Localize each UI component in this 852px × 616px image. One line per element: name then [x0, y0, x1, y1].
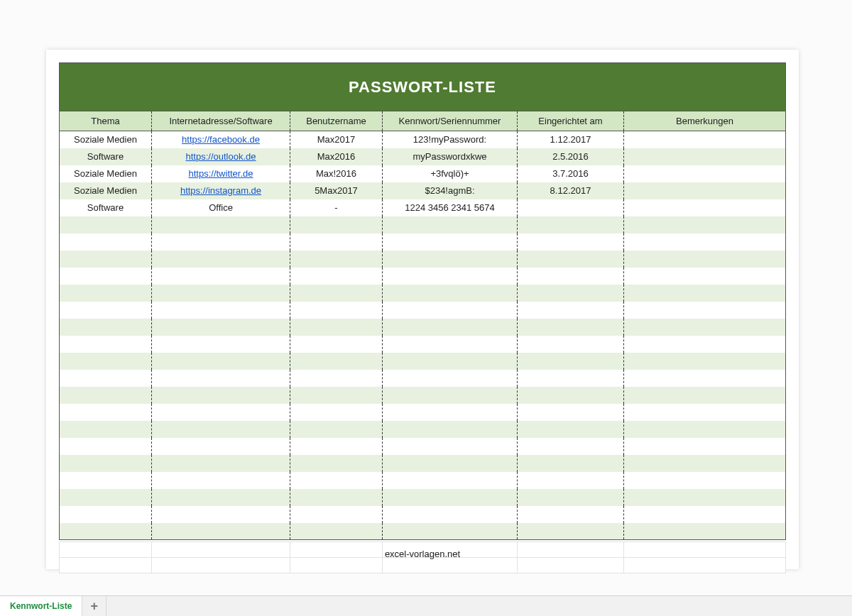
- cell-date: [518, 302, 624, 319]
- table-row: [60, 404, 786, 421]
- table-row: [60, 285, 786, 302]
- table-row: [60, 370, 786, 387]
- cell-user: [290, 387, 383, 404]
- cell-date: [518, 370, 624, 387]
- cell-user: [290, 319, 383, 336]
- document-page: PASSWORT-LISTE Thema Internetadresse/Sof…: [46, 50, 799, 569]
- table-title: PASSWORT-LISTE: [60, 63, 786, 111]
- table-row: [60, 387, 786, 404]
- cell-url: [152, 353, 290, 370]
- cell-remarks: [624, 387, 786, 404]
- cell-remarks: [624, 131, 786, 148]
- cell-user: [290, 523, 383, 540]
- cell-user: 5Max2017: [290, 182, 383, 199]
- cell-date: [518, 353, 624, 370]
- col-header-remarks: Bemerkungen: [624, 111, 786, 131]
- cell-url: [152, 523, 290, 540]
- sheet-tab-active[interactable]: Kennwort-Liste: [0, 596, 82, 616]
- cell-date: [518, 489, 624, 506]
- cell-url: https://twitter.de: [152, 165, 290, 182]
- url-link[interactable]: https://instagram.de: [180, 185, 261, 196]
- cell-pw: 1224 3456 2341 5674: [383, 199, 518, 216]
- cell-pw: myPasswordxkwe: [383, 148, 518, 165]
- cell-pw: $234!agmB:: [383, 182, 518, 199]
- table-row: [60, 302, 786, 319]
- cell-thema: [60, 251, 152, 268]
- cell-remarks: [624, 233, 786, 251]
- cell-remarks: [624, 472, 786, 489]
- cell-pw: [383, 438, 518, 455]
- cell-pw: +3fvqlö)+: [383, 165, 518, 182]
- url-link[interactable]: https://twitter.de: [188, 168, 253, 179]
- cell-date: [518, 233, 624, 251]
- url-link[interactable]: https://facebook.de: [182, 134, 260, 145]
- cell-user: [290, 268, 383, 285]
- table-row: [60, 353, 786, 370]
- footer-text: excel-vorlagen.net: [46, 549, 799, 559]
- cell-user: Max2017: [290, 131, 383, 148]
- table-row: [60, 336, 786, 353]
- cell-date: [518, 387, 624, 404]
- cell-remarks: [624, 165, 786, 182]
- cell-pw: [383, 336, 518, 353]
- table-row: [60, 506, 786, 523]
- add-sheet-button[interactable]: +: [82, 596, 106, 616]
- cell-thema: [60, 387, 152, 404]
- cell-remarks: [624, 302, 786, 319]
- cell-pw: [383, 251, 518, 268]
- cell-date: [518, 404, 624, 421]
- table-row: [60, 523, 786, 540]
- cell-user: [290, 336, 383, 353]
- cell-url: [152, 455, 290, 472]
- cell-pw: [383, 523, 518, 540]
- table-row: Softwarehttps://outlook.deMax2016myPassw…: [60, 148, 786, 165]
- cell-pw: [383, 472, 518, 489]
- table-row: [60, 251, 786, 268]
- cell-remarks: [624, 336, 786, 353]
- cell-pw: [383, 506, 518, 523]
- cell-date: [518, 523, 624, 540]
- cell-date: [518, 336, 624, 353]
- cell-pw: [383, 387, 518, 404]
- table-row: Soziale Medienhttps://facebook.deMax2017…: [60, 131, 786, 148]
- cell-thema: [60, 216, 152, 233]
- cell-date: [518, 216, 624, 233]
- table-row: [60, 233, 786, 251]
- cell-thema: [60, 233, 152, 251]
- cell-thema: [60, 438, 152, 455]
- cell-url: [152, 336, 290, 353]
- col-header-pw: Kennwort/Seriennummer: [383, 111, 518, 131]
- password-table: PASSWORT-LISTE Thema Internetadresse/Sof…: [59, 62, 786, 540]
- cell-remarks: [624, 506, 786, 523]
- cell-user: [290, 489, 383, 506]
- cell-url: [152, 370, 290, 387]
- cell-thema: [60, 489, 152, 506]
- table-row: [60, 438, 786, 455]
- cell-date: [518, 472, 624, 489]
- cell-user: [290, 251, 383, 268]
- cell-url: [152, 268, 290, 285]
- table-row: [60, 216, 786, 233]
- cell-url: [152, 387, 290, 404]
- cell-remarks: [624, 182, 786, 199]
- cell-date: [518, 438, 624, 455]
- cell-url: [152, 302, 290, 319]
- cell-user: [290, 302, 383, 319]
- cell-pw: [383, 302, 518, 319]
- cell-user: [290, 438, 383, 455]
- cell-user: Max2016: [290, 148, 383, 165]
- cell-url: [152, 285, 290, 302]
- cell-date: [518, 455, 624, 472]
- cell-date: [518, 285, 624, 302]
- cell-date: 3.7.2016: [518, 165, 624, 182]
- table-row: [60, 421, 786, 438]
- col-header-thema: Thema: [60, 111, 152, 131]
- cell-remarks: [624, 438, 786, 455]
- cell-user: -: [290, 199, 383, 216]
- cell-pw: 123!myPassword:: [383, 131, 518, 148]
- cell-remarks: [624, 353, 786, 370]
- cell-user: [290, 421, 383, 438]
- cell-user: Max!2016: [290, 165, 383, 182]
- table-row: [60, 472, 786, 489]
- url-link[interactable]: https://outlook.de: [185, 151, 256, 162]
